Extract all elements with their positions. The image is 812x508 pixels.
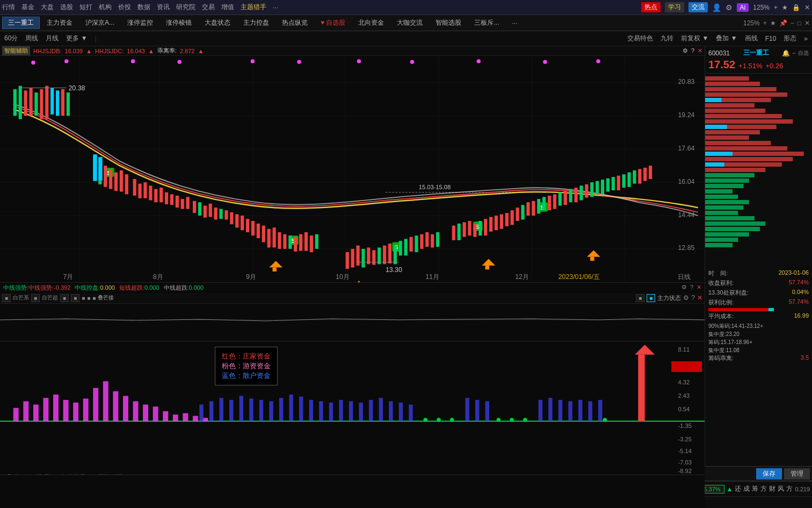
action-right7[interactable]: 方 — [786, 484, 793, 493]
ind-btn3[interactable]: ■ — [60, 294, 69, 302]
indicator-label1: 中线强势:中线强势:-0.392 — [3, 284, 70, 292]
star-icon[interactable]: ★ — [782, 4, 788, 11]
tab-hotspot[interactable]: 热点纵览 — [276, 17, 314, 29]
svg-rect-194 — [63, 400, 69, 421]
tab-more[interactable]: ··· — [506, 18, 524, 28]
svg-point-20 — [357, 59, 361, 63]
indicator-close[interactable]: ✕ — [697, 284, 701, 292]
nav-research[interactable]: 研究院 — [176, 3, 195, 12]
overlay[interactable]: 叠加 ▼ — [714, 33, 739, 44]
tab-shanghai[interactable]: 沪深京A... — [79, 17, 120, 29]
ratio-bar-cyan — [769, 308, 773, 311]
tabs-bar: 三一重工 主力资金 沪深京A... 涨停监控 涨停棱镜 大盘状态 主力控盘 热点… — [0, 15, 812, 31]
lock-icon[interactable]: 🔒 — [792, 4, 800, 11]
close-chart-btn[interactable]: ✕ — [698, 47, 702, 54]
tab-main-control[interactable]: 主力控盘 — [237, 17, 275, 29]
ind-btn1[interactable]: ■ — [2, 294, 11, 302]
close-icon[interactable]: ✕ — [804, 4, 810, 11]
nav-dots[interactable]: ··· — [273, 4, 278, 11]
maximize-icon[interactable]: □ — [798, 19, 801, 27]
svg-rect-109 — [394, 246, 397, 264]
timeframe-more[interactable]: 更多 ▼ — [64, 33, 89, 44]
nav-quotes[interactable]: 行情 — [2, 3, 15, 12]
manage-button[interactable]: 管理 — [784, 468, 810, 480]
save-button[interactable]: 保存 — [756, 468, 782, 480]
tab-limitup-mirror[interactable]: 涨停棱镜 — [160, 17, 198, 29]
svg-rect-224 — [349, 402, 353, 421]
trade-feature[interactable]: 交易特色 — [625, 33, 655, 44]
svg-rect-284 — [705, 98, 722, 102]
minimize-icon[interactable]: − — [791, 19, 794, 27]
timeframe-month[interactable]: 月线 — [44, 33, 61, 44]
settings-icon[interactable]: ⚙ — [726, 3, 733, 12]
svg-rect-274 — [705, 195, 738, 199]
nav-data[interactable]: 数据 — [137, 3, 150, 12]
tab-market-status[interactable]: 大盘状态 — [199, 17, 236, 29]
star-icon2[interactable]: ★ — [770, 19, 776, 27]
action-right1[interactable]: 还 — [735, 484, 741, 493]
nav-shortplay[interactable]: 短打 — [79, 3, 92, 12]
tab-favorite[interactable]: ♥ 自选股 — [315, 17, 351, 29]
draw-line[interactable]: 画线 — [743, 33, 760, 44]
user-icon[interactable]: 👤 — [712, 3, 721, 12]
smart-assist[interactable]: 智能辅助 — [2, 46, 30, 55]
ind-control1[interactable]: ■ — [636, 294, 644, 302]
action-right4[interactable]: 方 — [760, 484, 767, 493]
indicator-help[interactable]: ? — [690, 284, 693, 292]
svg-rect-228 — [389, 402, 393, 421]
close-icon2[interactable]: ✕ — [804, 19, 810, 27]
action-right5[interactable]: 财 — [769, 484, 775, 493]
svg-rect-222 — [329, 403, 333, 421]
nav-trade[interactable]: 交易 — [202, 3, 215, 12]
ind-btn2[interactable]: ■ — [31, 294, 40, 302]
timeframe-week[interactable]: 周线 — [23, 33, 40, 44]
tab-sanyizhonggong[interactable]: 三一重工 — [2, 17, 40, 29]
auto-select-icon[interactable]: 自选 — [798, 49, 809, 57]
pre-adjust[interactable]: 前复权 ▼ — [679, 33, 711, 44]
settings-btn[interactable]: ⚙ — [683, 47, 688, 54]
tab-north[interactable]: 北向资金 — [352, 17, 390, 29]
expand-btn[interactable]: » — [802, 34, 810, 43]
nav-news[interactable]: 资讯 — [157, 3, 170, 12]
indicator-settings[interactable]: ⚙ — [682, 284, 687, 292]
tab-expert[interactable]: 大咖交流 — [391, 17, 429, 29]
nav-fund[interactable]: 基金 — [21, 3, 34, 12]
minus-icon[interactable]: − — [792, 49, 796, 57]
main-status-close[interactable]: ✕ — [697, 294, 702, 302]
price-svg: S S S S S — [0, 56, 705, 282]
exchange-button[interactable]: 交流 — [688, 2, 708, 12]
main-status-help[interactable]: ? — [691, 294, 695, 302]
learn-button[interactable]: 学习 — [665, 2, 684, 12]
ai-label[interactable]: Ai — [737, 3, 749, 12]
nav-select[interactable]: 选股 — [60, 3, 73, 12]
ind-btn4[interactable]: ■ — [71, 294, 79, 302]
svg-rect-25 — [13, 89, 17, 116]
add-icon[interactable]: + — [763, 19, 767, 27]
pattern[interactable]: 形态 — [781, 33, 799, 44]
action-right3[interactable]: 筹 — [752, 484, 758, 493]
pin-icon[interactable]: 📌 — [779, 19, 787, 27]
main-status-settings[interactable]: ⚙ — [683, 294, 689, 302]
hot-button[interactable]: 热点 — [641, 2, 661, 12]
f10[interactable]: F10 — [763, 34, 779, 43]
bell-icon[interactable]: 🔔 — [782, 49, 790, 57]
tab-smart-select[interactable]: 智能选股 — [430, 17, 467, 29]
ind-control2[interactable]: ■ — [647, 294, 655, 302]
zoom-125: 125% — [743, 19, 760, 27]
nav-market[interactable]: 大盘 — [41, 3, 54, 12]
tab-mainforce[interactable]: 主力资金 — [41, 17, 78, 29]
timeframe-60[interactable]: 60分 — [2, 33, 20, 44]
action-right6[interactable]: 风 — [778, 484, 784, 493]
nav-theme[interactable]: 主题猎手 — [241, 3, 266, 12]
triangle-icon[interactable]: ▲ — [727, 485, 733, 493]
nav-value[interactable]: 价投 — [118, 3, 131, 12]
nav-institution[interactable]: 机构 — [99, 3, 112, 12]
zoom-in[interactable]: + — [774, 4, 778, 11]
tab-limitup-monitor[interactable]: 涨停监控 — [121, 17, 159, 29]
action-right2[interactable]: 成 — [743, 484, 750, 493]
chip90b-row: 集中度:23.20 — [708, 330, 809, 338]
nav-premium[interactable]: 增值 — [221, 3, 234, 12]
tab-three-board[interactable]: 三板斥... — [468, 17, 505, 29]
question-btn[interactable]: ? — [691, 47, 694, 54]
nine-turn[interactable]: 九转 — [658, 33, 676, 44]
